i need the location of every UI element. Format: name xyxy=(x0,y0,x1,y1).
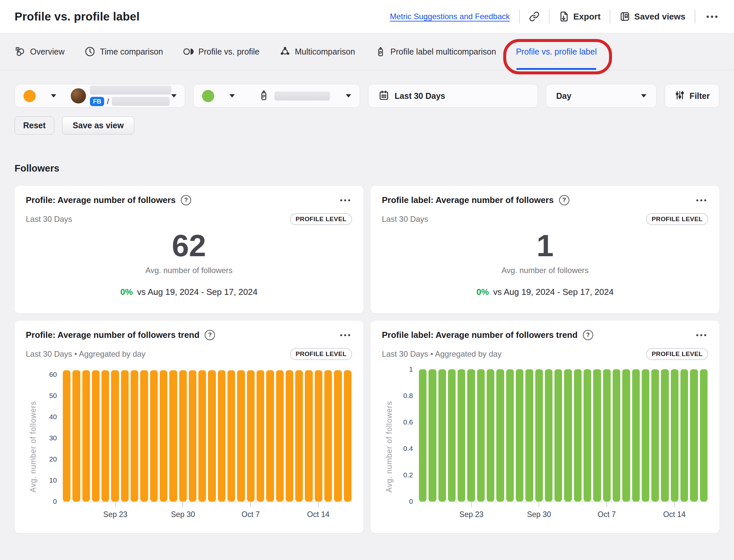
trend-bar xyxy=(189,370,196,501)
tab-label: Profile label multicomparison xyxy=(390,47,496,57)
chart-plot-area: 0102030405060 xyxy=(62,369,352,502)
card-title: Profile: Average number of followers xyxy=(26,195,176,205)
copy-link-button[interactable] xyxy=(529,11,540,22)
profile-name-redacted: FB / xyxy=(90,86,171,106)
trend-bar xyxy=(690,369,698,501)
saved-views-button[interactable]: Saved views xyxy=(620,11,685,22)
tab-label: Profile vs. profile label xyxy=(516,47,597,57)
y-axis-tick-label: 0.4 xyxy=(403,445,413,453)
profile-avatar xyxy=(71,88,86,103)
metric-suggestions-link[interactable]: Metric Suggestions and Feedback xyxy=(390,12,510,21)
trend-bar xyxy=(295,370,303,501)
calendar-icon xyxy=(378,90,389,102)
bar-series xyxy=(63,369,351,501)
trend-bar xyxy=(428,369,436,501)
filter-button[interactable]: Filter xyxy=(665,84,719,108)
svg-text:P: P xyxy=(379,50,382,55)
help-icon[interactable]: ? xyxy=(181,195,191,205)
caret-down-icon xyxy=(171,94,177,98)
granularity-select[interactable]: Day xyxy=(546,84,657,108)
card-more-button[interactable] xyxy=(694,332,708,338)
saved-views-icon xyxy=(620,11,630,22)
help-icon[interactable]: ? xyxy=(205,330,215,340)
trend-bar xyxy=(218,370,225,501)
kpi-value: 62 xyxy=(172,230,206,261)
more-options-button[interactable] xyxy=(705,14,719,20)
filter-sliders-icon xyxy=(674,90,685,102)
trend-bar xyxy=(651,369,659,501)
profile-selector[interactable]: FB / xyxy=(15,84,185,108)
tab-label: Time comparison xyxy=(100,47,163,57)
trend-card-label-followers: Profile label: Average number of followe… xyxy=(371,321,719,533)
tab-time-comparison[interactable]: Time comparison xyxy=(84,33,163,70)
trend-bar xyxy=(169,370,177,501)
trend-bar xyxy=(237,370,245,501)
trend-bar xyxy=(286,370,293,501)
export-button[interactable]: Export xyxy=(559,11,600,22)
tab-profile-vs-profile[interactable]: Profile vs. profile xyxy=(183,33,260,70)
trend-bar xyxy=(92,370,100,501)
x-axis-tick-label: Sep 30 xyxy=(527,510,551,519)
x-axis-tick-label: Oct 14 xyxy=(307,510,330,519)
label-color-swatch[interactable] xyxy=(202,90,214,102)
profile-label-selector[interactable]: P xyxy=(193,84,360,108)
kpi-label: Avg. number of followers xyxy=(502,266,589,275)
y-axis-tick-label: 30 xyxy=(49,434,57,442)
overview-icon xyxy=(15,46,26,57)
trend-bar xyxy=(266,370,274,501)
trend-bar xyxy=(487,369,494,501)
x-axis-tick-label: Sep 23 xyxy=(459,510,483,519)
trend-bar xyxy=(315,370,322,501)
kpi-value: 1 xyxy=(537,230,554,261)
redacted-text-block xyxy=(90,86,171,95)
save-as-view-button[interactable]: Save as view xyxy=(62,116,134,135)
profile-level-badge: PROFILE LEVEL xyxy=(646,348,708,360)
y-axis-tick-label: 60 xyxy=(49,371,57,379)
x-axis-tick-label: Oct 14 xyxy=(663,510,686,519)
card-period: Last 30 Days • Aggregated by day xyxy=(382,349,502,359)
trend-bar xyxy=(554,369,562,501)
filter-bar: FB / P Last 30 Days Day Filter xyxy=(0,84,734,108)
divider xyxy=(519,10,520,23)
delta-compare-period: vs Aug 19, 2024 - Sep 17, 2024 xyxy=(493,287,614,297)
trend-bar xyxy=(584,369,591,501)
y-axis-tick-label: 0.6 xyxy=(403,418,413,426)
profile-level-badge: PROFILE LEVEL xyxy=(290,348,352,360)
kpi-card-profile-followers: Profile: Average number of followers ? L… xyxy=(15,186,363,313)
help-icon[interactable]: ? xyxy=(559,195,569,205)
divider xyxy=(549,10,550,23)
divider xyxy=(695,10,695,23)
trend-bar xyxy=(438,369,446,501)
trend-bar xyxy=(642,369,649,501)
card-more-button[interactable] xyxy=(338,197,352,203)
trend-bar xyxy=(448,369,456,501)
reset-button[interactable]: Reset xyxy=(15,116,54,135)
trend-bar xyxy=(622,369,630,501)
date-range-picker[interactable]: Last 30 Days xyxy=(368,84,538,108)
tab-profile-label-multicomparison[interactable]: P Profile label multicomparison xyxy=(375,33,496,70)
tab-label: Multicomparison xyxy=(295,47,355,57)
tab-label: Overview xyxy=(30,47,64,57)
trend-bar xyxy=(632,369,640,501)
top-header: Profile vs. profile label Metric Suggest… xyxy=(0,0,734,33)
trend-bar xyxy=(72,370,80,501)
y-axis-tick-label: 1 xyxy=(409,365,413,373)
svg-text:P: P xyxy=(262,94,265,99)
card-more-button[interactable] xyxy=(338,332,352,338)
tab-profile-vs-profile-label[interactable]: Profile vs. profile label xyxy=(516,33,597,70)
card-period: Last 30 Days • Aggregated by day xyxy=(26,349,145,359)
trend-bar xyxy=(102,370,109,501)
y-axis-tick-label: 0 xyxy=(409,498,413,505)
profile-level-badge: PROFILE LEVEL xyxy=(646,213,708,225)
help-icon[interactable]: ? xyxy=(583,330,593,340)
trend-bar xyxy=(661,369,669,501)
redacted-text-block xyxy=(274,92,330,100)
tab-multicomparison[interactable]: Multicomparison xyxy=(279,33,355,70)
trend-bar xyxy=(467,369,475,501)
x-axis-tick-label: Sep 23 xyxy=(103,510,127,519)
trend-bar xyxy=(564,369,572,501)
card-more-button[interactable] xyxy=(694,197,708,203)
trend-bar xyxy=(525,369,533,501)
tab-overview[interactable]: Overview xyxy=(15,33,64,70)
profile-color-swatch[interactable] xyxy=(23,90,36,102)
